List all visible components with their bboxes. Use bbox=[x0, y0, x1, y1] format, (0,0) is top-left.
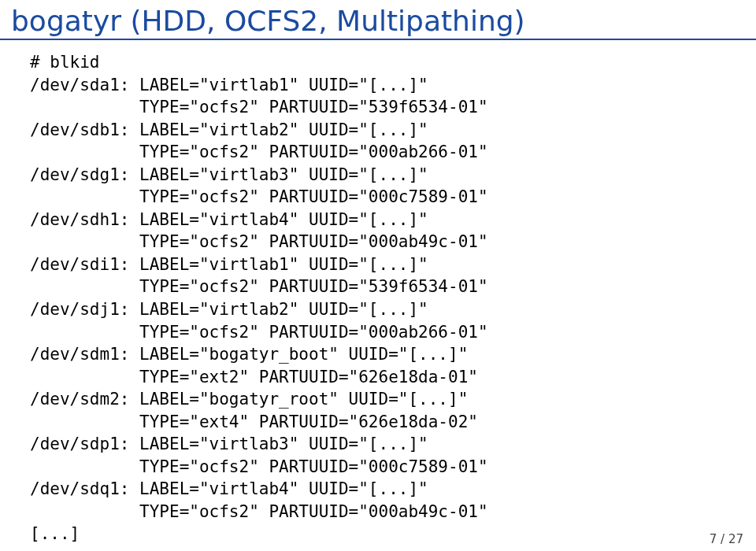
out-line: TYPE="ocfs2" PARTUUID="000c7589-01" bbox=[30, 457, 488, 476]
out-line: /dev/sdj1: LABEL="virtlab2" UUID="[...]" bbox=[30, 300, 428, 319]
out-line: TYPE="ocfs2" PARTUUID="000ab49c-01" bbox=[30, 232, 488, 251]
terminal-output: # blkid /dev/sda1: LABEL="virtlab1" UUID… bbox=[0, 40, 756, 545]
out-line: /dev/sdg1: LABEL="virtlab3" UUID="[...]" bbox=[30, 165, 428, 184]
out-line: TYPE="ocfs2" PARTUUID="539f6534-01" bbox=[30, 98, 488, 116]
out-trailing: [...] bbox=[30, 524, 80, 543]
out-line: /dev/sdh1: LABEL="virtlab4" UUID="[...]" bbox=[30, 210, 428, 229]
command-line: # blkid bbox=[30, 53, 100, 72]
out-line: /dev/sdm2: LABEL="bogatyr_root" UUID="[.… bbox=[30, 390, 468, 409]
out-line: /dev/sda1: LABEL="virtlab1" UUID="[...]" bbox=[30, 76, 428, 94]
out-line: TYPE="ocfs2" PARTUUID="539f6534-01" bbox=[30, 277, 488, 296]
out-line: TYPE="ocfs2" PARTUUID="000ab266-01" bbox=[30, 323, 488, 342]
slide-title: bogatyr (HDD, OCFS2, Multipathing) bbox=[0, 0, 756, 40]
out-line: TYPE="ocfs2" PARTUUID="000c7589-01" bbox=[30, 187, 488, 206]
out-line: /dev/sdb1: LABEL="virtlab2" UUID="[...]" bbox=[30, 120, 428, 139]
out-line: TYPE="ext2" PARTUUID="626e18da-01" bbox=[30, 368, 478, 386]
out-line: TYPE="ocfs2" PARTUUID="000ab49c-01" bbox=[30, 502, 488, 521]
out-line: TYPE="ext4" PARTUUID="626e18da-02" bbox=[30, 412, 478, 431]
out-line: /dev/sdq1: LABEL="virtlab4" UUID="[...]" bbox=[30, 479, 428, 498]
out-line: /dev/sdp1: LABEL="virtlab3" UUID="[...]" bbox=[30, 435, 428, 453]
out-line: TYPE="ocfs2" PARTUUID="000ab266-01" bbox=[30, 142, 488, 161]
page-counter: 7 / 27 bbox=[710, 532, 743, 546]
out-line: /dev/sdm1: LABEL="bogatyr_boot" UUID="[.… bbox=[30, 345, 468, 364]
out-line: /dev/sdi1: LABEL="virtlab1" UUID="[...]" bbox=[30, 255, 428, 274]
